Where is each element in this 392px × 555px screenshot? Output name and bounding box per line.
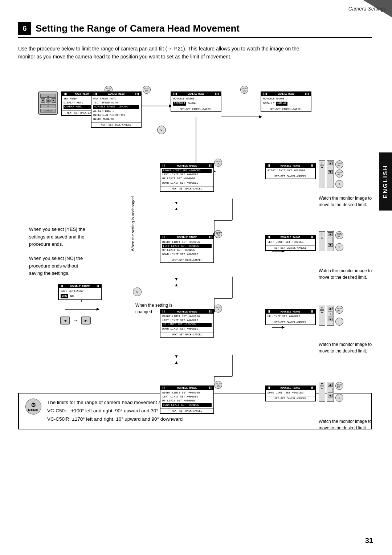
header-title: Camera Settings bbox=[348, 6, 386, 12]
english-tab: ENGLISH bbox=[379, 152, 392, 211]
mr-down-list-body: RIGHT LIMIT SET +000DEG LEFT LIMIT SET +… bbox=[160, 390, 213, 408]
nav-arrows-2: ▼ ▲ bbox=[174, 277, 179, 287]
diagram-area: ▲ ◄ OK ► ▼ CANCEL MAIN MENU SET MENU DIS… bbox=[18, 70, 372, 382]
mr-up-set-item: UP LIMIT SET +000DEG bbox=[268, 315, 313, 319]
mr-down-item-1: DOWN LIMIT SET +000DEG bbox=[162, 181, 212, 185]
setok-btn-7: SET/OK bbox=[214, 381, 222, 389]
cancel-btn-2: C bbox=[133, 287, 142, 296]
watch-text-3: Watch the monitor image tomove to the de… bbox=[319, 341, 372, 354]
mr-up-set-title: ▐▐ MOVABLE RANGE ▌▌ bbox=[266, 310, 315, 314]
mr-down-set-title: ▐▐ MOVABLE RANGE ▌▌ bbox=[266, 386, 315, 390]
main-content: 6 Setting the Range of Camera Head Movem… bbox=[18, 22, 372, 429]
movable-range-down-set-box: ▐▐ MOVABLE RANGE ▌▌ DOWN LIMIT SET +000D… bbox=[265, 385, 316, 401]
camera-menu-1-footer: NEXT→SET BACK→CANCEL bbox=[91, 122, 141, 127]
mr-down-list-footer: NEXT→SET BACK→CANCEL bbox=[160, 408, 213, 413]
setok-btn-5: SET/OK bbox=[214, 230, 222, 238]
mr-left-list-body: RIGHT LIMIT SET +000DEG LEFT LIMIT SET +… bbox=[160, 239, 213, 258]
save-settings-body: SAVE SETTINGS? YES NO bbox=[59, 288, 101, 299]
setok-right-1: SET/OK bbox=[335, 160, 343, 168]
intro-text: Use the procedure below to limit the ran… bbox=[18, 45, 316, 61]
movable-range-right-list: ▐▐ MOVABLE RANGE ▌▌ RIGHT LIMIT SET +000… bbox=[160, 163, 214, 192]
movable-range-left-set-box: ▐▐ MOVABLE RANGE ▌▌ LEFT LIMIT SET +000D… bbox=[265, 235, 316, 251]
note-no: When you select [NO] theprocedure ends w… bbox=[29, 255, 83, 277]
mr-left-list-title: ▐▐ MOVABLE RANGE ▌▌ bbox=[160, 236, 213, 239]
setok-right-2: SET/OK bbox=[335, 170, 343, 177]
nav-arrows-3: ▼ ▲ bbox=[174, 354, 179, 365]
bottom-nav: ◄ → ► bbox=[60, 317, 91, 325]
setok-btn-3: SET/OK bbox=[240, 86, 248, 94]
mr-down-set-footer: SET→SET CANCEL→CANCEL bbox=[266, 396, 315, 401]
camera-pan-speed: PAN SPEED AUTO bbox=[93, 97, 139, 101]
setok-btn-4: SET/OK bbox=[214, 159, 222, 167]
mr-down-set-body: DOWN LIMIT SET +000DEG bbox=[266, 390, 315, 396]
mr-left-item-2: LEFT LIMIT SET +000DEG bbox=[162, 244, 212, 248]
camera-menu-default-body: MOVABLE RANGE.. DEFAULT MANUAL bbox=[171, 96, 221, 107]
movable-range-up-set-box: ▐▐ MOVABLE RANGE ▌▌ UP LIMIT SET +000DEG… bbox=[265, 309, 316, 325]
camera-ctrl-up: T W ▲ | ▼ SET/OK C bbox=[319, 306, 343, 326]
watch-text-1: Watch the monitor image tomove to the de… bbox=[319, 195, 372, 208]
mr-right-set-body: RIGHT LIMIT SET +000DEG bbox=[266, 168, 315, 174]
camera-menu-1-title: CAMERA MENU bbox=[91, 92, 141, 96]
note-yes: When you select [YES] thesettings are sa… bbox=[29, 226, 85, 248]
movable-range-left-list: ▐▐ MOVABLE RANGE ▌▌ RIGHT LIMIT SET +000… bbox=[160, 235, 214, 263]
setok-btn-6: SET/OK bbox=[214, 305, 222, 313]
mr-right-list-body: RIGHT LIMIT SET +000DEG LEFT LIMIT SET +… bbox=[160, 168, 213, 186]
mr-up-list-body: RIGHT LIMIT SET +000DEG LEFT LIMIT SET +… bbox=[160, 314, 213, 332]
camera-night-mode: NIGHT MODE OFF bbox=[93, 117, 139, 121]
mr-right-item-3: RIGHT LIMIT SET +000DEG bbox=[162, 315, 212, 319]
mr-right-set-item: RIGHT LIMIT SET +000DEG bbox=[268, 169, 313, 173]
camera-menu-default-box: CAMERA MENU MOVABLE RANGE.. DEFAULT MANU… bbox=[171, 91, 221, 113]
camera-menu-manual-body: MOVABLE RANGE.. DEFAULT MANUAL bbox=[261, 96, 311, 107]
mr-right-item-4: RIGHT LIMIT SET +000DEG bbox=[162, 391, 212, 395]
mr-right-item-2: RIGHT LIMIT SET +000DEG bbox=[162, 240, 212, 244]
mr-up-item-2: UP LIMIT SET +000DEG bbox=[162, 248, 212, 252]
camera-ctrl-left: T W ▲ ▼ SET/OK C bbox=[319, 231, 343, 251]
camera-menu-manual-title: CAMERA MENU bbox=[261, 92, 311, 96]
mr-down-set-item: DOWN LIMIT SET +000DEG bbox=[268, 391, 313, 395]
memo-icon: ⚙ MEMO bbox=[25, 399, 41, 415]
movable-range-down-list: ▐▐ MOVABLE RANGE ▌▌ RIGHT LIMIT SET +000… bbox=[160, 385, 214, 414]
movable-range-right-set-box: ▐▐ MOVABLE RANGE ▌▌ RIGHT LIMIT SET +000… bbox=[265, 163, 316, 179]
camera-movable-range: MOVABLE RANGE..DEFAULT bbox=[93, 105, 139, 109]
section-number: 6 bbox=[18, 22, 31, 35]
mr-left-set-body: LEFT LIMIT SET +000DEG bbox=[266, 239, 315, 245]
watch-text-2: Watch the monitor image tomove to the de… bbox=[319, 268, 372, 281]
mr-left-item-1: LEFT LIMIT SET +000DEG bbox=[162, 173, 212, 177]
mr-up-item-4: UP LIMIT SET +000DEG bbox=[162, 399, 212, 403]
save-settings-title: ▐▐ MOVABLE RANGE ▌▌ bbox=[59, 285, 101, 288]
camera-menu-1-body: PAN SPEED AUTO TILT SPEED AUTO MOVABLE R… bbox=[91, 96, 141, 123]
mr-down-list-title: ▐▐ MOVABLE RANGE ▌▌ bbox=[160, 386, 213, 390]
english-tab-text: ENGLISH bbox=[382, 165, 389, 198]
mr-left-item-4: LEFT LIMIT SET +000DEG bbox=[162, 395, 212, 399]
mr-left-set-item: LEFT LIMIT SET +000DEG bbox=[268, 240, 313, 244]
mr-up-item-1: UP LIMIT SET +000DEG bbox=[162, 177, 212, 181]
camera-tilt-speed: TILT SPEED AUTO bbox=[93, 101, 139, 105]
mr-right-list-title: ▐▐ MOVABLE RANGE ▌▌ bbox=[160, 164, 213, 168]
page-number: 31 bbox=[365, 536, 373, 545]
remote-controller-main: ▲ ◄ OK ► ▼ CANCEL bbox=[38, 91, 58, 115]
section-header: 6 Setting the Range of Camera Head Movem… bbox=[18, 22, 372, 38]
header: Camera Settings bbox=[290, 0, 392, 17]
cancel-right-1: C bbox=[335, 180, 343, 188]
camera-menu-default-title: CAMERA MENU bbox=[171, 92, 221, 96]
nav-arrows-1: ▼ ▲ bbox=[174, 200, 179, 211]
mr-down-item-3: DOWN LIMIT SET +000DEG bbox=[162, 327, 212, 331]
save-settings-question: SAVE SETTINGS? bbox=[61, 289, 99, 293]
camera-menu-manual-footer: SET→SET CANCEL→CANCEL bbox=[261, 107, 311, 111]
when-changed-text: When the setting ischanged bbox=[135, 302, 172, 315]
mr-down-item-4: DOWN LIMIT SET +000DEG bbox=[162, 403, 212, 407]
mr-left-set-footer: SET→SET CANCEL→CANCEL bbox=[266, 245, 315, 250]
watch-text-4: Watch the monitor image tomove to the de… bbox=[319, 418, 372, 431]
section-title: Setting the Range of Camera Head Movemen… bbox=[36, 23, 240, 34]
mr-up-item-3: UP LIMIT SET +000DEG bbox=[162, 323, 212, 327]
mr-left-set-title: ▐▐ MOVABLE RANGE ▌▌ bbox=[266, 236, 315, 239]
camera-ctrl-right: T W ▲ ▼ SET/OK SET/OK C bbox=[319, 160, 343, 188]
mr-up-set-body: UP LIMIT SET +000DEG bbox=[266, 314, 315, 320]
mr-down-item-2: DOWN LIMIT SET +000DEG bbox=[162, 253, 212, 257]
mr-up-set-footer: SET→SET CANCEL→CANCEL bbox=[266, 320, 315, 325]
cancel-btn-1: C bbox=[157, 126, 166, 134]
vertical-note-unchanged: When the setting is unchanged bbox=[131, 142, 135, 251]
camera-menu-manual-box: CAMERA MENU MOVABLE RANGE.. DEFAULT MANU… bbox=[261, 91, 311, 113]
mr-right-set-footer: SET→SET CANCEL→CANCEL bbox=[266, 174, 315, 179]
mr-left-list-footer: NEXT→SET BACK→CANCEL bbox=[160, 258, 213, 262]
